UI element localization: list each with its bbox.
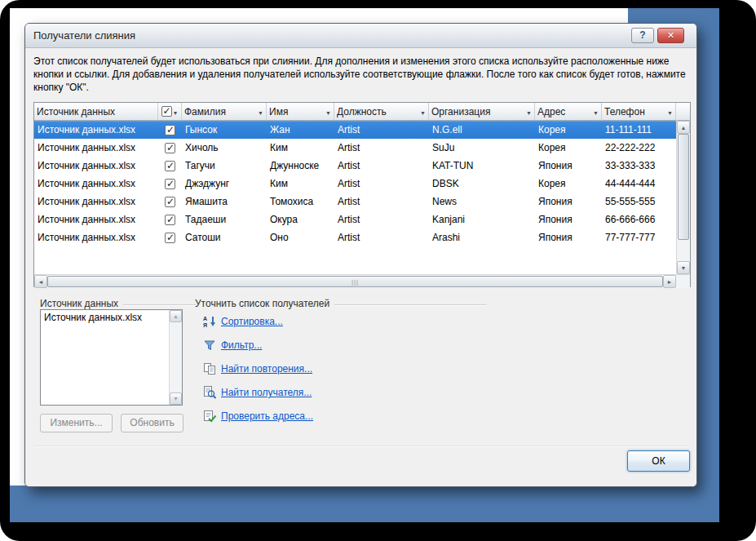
column-header-phone[interactable]: Телефон	[602, 103, 676, 121]
listbox-scrollbar[interactable]	[169, 310, 182, 405]
validate-addresses-link[interactable]: Проверить адреса...	[221, 410, 313, 422]
column-header-include[interactable]	[158, 103, 182, 121]
row-checkbox[interactable]	[165, 143, 175, 153]
group-divider-line	[123, 304, 197, 305]
dialog-titlebar[interactable]: Получатели слияния ? ✕	[25, 24, 696, 48]
cell-phone: 33-333-333	[602, 157, 676, 175]
row-checkbox[interactable]	[165, 197, 175, 207]
cell-lastname: Сатоши	[182, 228, 267, 246]
validate-addresses-link-row: Проверить адреса...	[203, 409, 313, 423]
find-recipient-link[interactable]: Найти получателя...	[221, 387, 312, 398]
row-checkbox[interactable]	[165, 125, 175, 135]
cell-position: Artist	[334, 157, 429, 175]
sort-icon: А Я	[203, 315, 216, 328]
filter-link[interactable]: Фильтр...	[221, 339, 262, 351]
horizontal-scrollbar[interactable]	[34, 274, 676, 288]
filter-arrow-icon	[593, 106, 599, 118]
vertical-scrollbar[interactable]	[676, 121, 690, 274]
group-divider-line	[334, 304, 487, 305]
find-duplicates-icon	[203, 362, 216, 375]
column-header-filler	[676, 103, 690, 121]
cell-lastname: Хичоль	[182, 139, 267, 157]
datasource-listbox[interactable]: Источник данных.xlsx	[40, 309, 183, 406]
filter-arrow-icon	[667, 106, 673, 118]
column-header-address[interactable]: Адрес	[535, 103, 602, 121]
cell-firstname: Оно	[267, 228, 334, 246]
filter-link-row: Фильтр...	[203, 338, 262, 353]
row-checkbox[interactable]	[165, 179, 175, 189]
scroll-left-button[interactable]	[34, 275, 47, 288]
row-checkbox[interactable]	[165, 233, 175, 243]
table-row[interactable]: Источник данных.xlsx Тадаеши Окура Artis…	[34, 211, 676, 228]
scroll-right-button[interactable]	[663, 275, 676, 288]
cell-lastname: Гынсок	[182, 121, 267, 139]
find-recipient-link-row: Найти получателя...	[203, 385, 312, 400]
column-header-source[interactable]: Источник данных	[34, 103, 158, 121]
cell-phone: 66-666-666	[602, 211, 676, 228]
scrollbar-corner	[676, 274, 690, 288]
vertical-scrollbar-thumb[interactable]	[678, 134, 689, 240]
cell-position: Artist	[334, 193, 429, 211]
table-row[interactable]: Источник данных.xlsx Сатоши Оно Artist A…	[34, 228, 676, 246]
find-duplicates-link-row: Найти повторения...	[203, 361, 312, 376]
horizontal-scrollbar-thumb[interactable]	[47, 276, 663, 287]
filter-arrow-icon	[420, 106, 426, 118]
table-row[interactable]: Источник данных.xlsx Ямашита Томохиса Ar…	[34, 193, 676, 211]
scroll-down-button[interactable]	[677, 261, 690, 274]
cell-lastname: Джэджунг	[182, 175, 267, 193]
cell-organization: DBSK	[429, 175, 535, 193]
filter-icon	[203, 339, 216, 352]
vertical-scrollbar-track[interactable]	[677, 240, 690, 261]
find-duplicates-link[interactable]: Найти повторения...	[221, 363, 312, 375]
sort-link[interactable]: Сортировка...	[221, 316, 283, 327]
cell-position: Artist	[334, 175, 429, 193]
footer-separator	[33, 446, 688, 447]
cell-firstname: Ким	[267, 139, 334, 157]
cell-lastname: Тадаеши	[182, 211, 267, 228]
listbox-scroll-up-button[interactable]	[170, 310, 182, 322]
table-row[interactable]: Источник данных.xlsx Тагучи Джунноске Ar…	[34, 157, 676, 175]
cell-address: Корея	[535, 139, 602, 157]
cell-firstname: Ким	[267, 175, 334, 193]
desktop-background: Получатели слияния ? ✕ Этот список получ…	[10, 8, 719, 522]
listbox-scroll-down-button[interactable]	[170, 392, 182, 405]
cell-organization: Arashi	[429, 228, 535, 246]
svg-text:Я: Я	[203, 322, 207, 328]
cell-phone: 22-222-222	[602, 139, 676, 157]
cell-position: Artist	[334, 211, 429, 228]
column-header-firstname[interactable]: Имя	[267, 103, 334, 121]
table-header-row: Источник данных Фамилия Имя	[34, 103, 690, 121]
validate-addresses-icon	[203, 410, 216, 423]
cell-source: Источник данных.xlsx	[34, 157, 158, 175]
column-header-position[interactable]: Должность	[334, 103, 429, 121]
cell-address: Япония	[535, 193, 602, 211]
filter-arrow-icon	[325, 106, 331, 118]
refresh-button[interactable]: Обновить	[121, 414, 183, 432]
cell-include	[158, 139, 182, 157]
cell-organization: SuJu	[429, 139, 535, 157]
row-checkbox[interactable]	[165, 161, 175, 171]
header-checkbox[interactable]	[161, 106, 172, 117]
listbox-item[interactable]: Источник данных.xlsx	[41, 310, 182, 325]
close-button[interactable]: ✕	[657, 28, 684, 43]
cell-address: Корея	[535, 175, 602, 193]
screenshot-frame: Получатели слияния ? ✕ Этот список получ…	[0, 0, 756, 541]
help-button[interactable]: ?	[631, 28, 654, 43]
scroll-up-button[interactable]	[677, 121, 690, 134]
cell-address: Япония	[535, 157, 602, 175]
column-header-organization[interactable]: Организация	[429, 103, 535, 121]
cell-include	[158, 228, 182, 246]
table-row[interactable]: Источник данных.xlsx Гынсок Жан Artist N…	[34, 121, 676, 139]
cell-organization: Kanjani	[429, 211, 535, 228]
cell-include	[158, 121, 182, 139]
ok-button[interactable]: ОК	[627, 450, 690, 472]
dialog-description: Этот список получателей будет использова…	[33, 55, 688, 95]
dialog-title: Получатели слияния	[33, 24, 135, 47]
column-header-lastname[interactable]: Фамилия	[182, 103, 267, 121]
table-row[interactable]: Источник данных.xlsx Хичоль Ким Artist S…	[34, 139, 676, 157]
edit-button[interactable]: Изменить...	[40, 414, 113, 432]
table-row[interactable]: Источник данных.xlsx Джэджунг Ким Artist…	[34, 175, 676, 193]
row-checkbox[interactable]	[165, 215, 175, 225]
recipients-table: Источник данных Фамилия Имя	[33, 102, 691, 287]
filter-arrow-icon	[526, 106, 532, 118]
